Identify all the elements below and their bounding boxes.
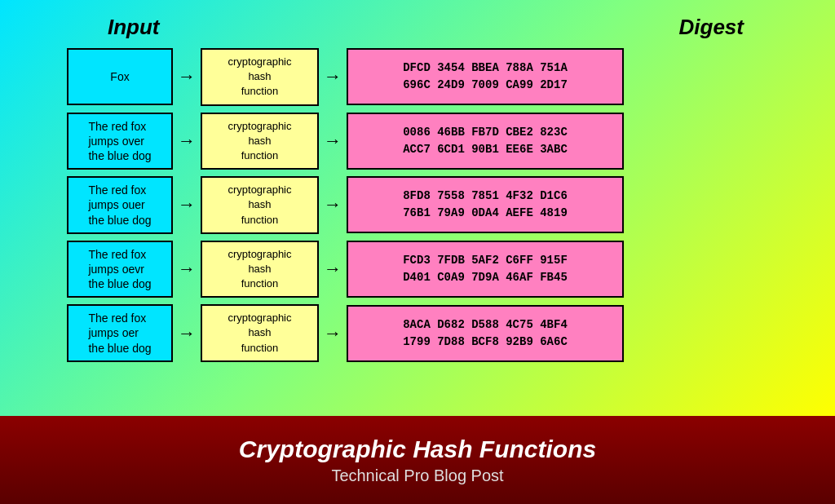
arrow-icon: → — [178, 194, 196, 215]
arrow-icon: → — [178, 66, 196, 87]
digest-box: 8ACA D682 D588 4C75 4BF4 1799 7D88 BCF8 … — [347, 305, 624, 362]
input-box: The red fox jumps ouer the blue dog — [67, 176, 173, 234]
input-box: The red fox jumps over the blue dog — [67, 113, 173, 170]
main-content: Input Digest Fox→cryptographic hash func… — [0, 0, 835, 416]
arrow-icon: → — [324, 259, 342, 280]
arrow-icon: → — [324, 194, 342, 215]
arrow-icon: → — [324, 323, 342, 344]
footer-subtitle: Technical Pro Blog Post — [331, 466, 503, 485]
digest-box: 0086 46BB FB7D CBE2 823C ACC7 6CD1 90B1 … — [347, 113, 624, 170]
hash-function-box: cryptographic hash function — [201, 48, 319, 106]
digest-box: FCD3 7FDB 5AF2 C6FF 915F D401 C0A9 7D9A … — [347, 241, 624, 298]
digest-column-header: Digest — [679, 15, 744, 40]
hash-row: The red fox jumps over the blue dog→cryp… — [67, 113, 768, 170]
hash-function-box: cryptographic hash function — [201, 113, 319, 170]
digest-box: 8FD8 7558 7851 4F32 D1C6 76B1 79A9 0DA4 … — [347, 176, 624, 233]
input-box: Fox — [67, 48, 173, 105]
input-box: The red fox jumps oevr the blue dog — [67, 241, 173, 298]
rows-container: Fox→cryptographic hash function→DFCD 345… — [67, 48, 768, 362]
hash-function-box: cryptographic hash function — [201, 176, 319, 234]
arrow-icon: → — [178, 259, 196, 280]
digest-box: DFCD 3454 BBEA 788A 751A 696C 24D9 7009 … — [347, 48, 624, 105]
hash-row: The red fox jumps ouer the blue dog→cryp… — [67, 176, 768, 234]
hash-function-box: cryptographic hash function — [201, 304, 319, 362]
arrow-icon: → — [178, 130, 196, 152]
footer: Cryptographic Hash Functions Technical P… — [0, 416, 835, 504]
hash-row: The red fox jumps oevr the blue dog→cryp… — [67, 241, 768, 298]
hash-row: Fox→cryptographic hash function→DFCD 345… — [67, 48, 768, 106]
arrow-icon: → — [178, 323, 196, 344]
header-row: Input Digest — [67, 15, 768, 40]
arrow-icon: → — [324, 130, 342, 152]
input-column-header: Input — [108, 15, 160, 40]
input-box: The red fox jumps oer the blue dog — [67, 304, 173, 362]
hash-function-box: cryptographic hash function — [201, 241, 319, 298]
hash-row: The red fox jumps oer the blue dog→crypt… — [67, 304, 768, 362]
footer-title: Cryptographic Hash Functions — [239, 435, 596, 463]
arrow-icon: → — [324, 66, 342, 87]
